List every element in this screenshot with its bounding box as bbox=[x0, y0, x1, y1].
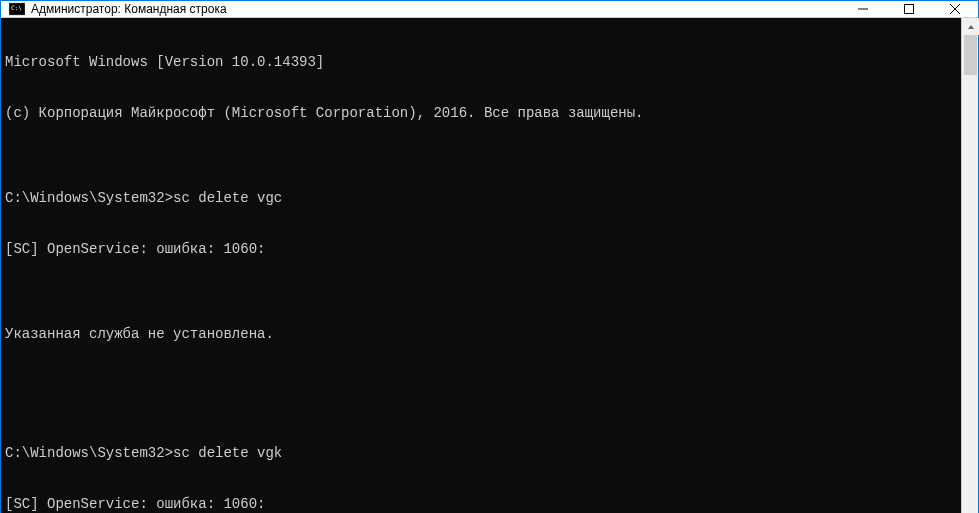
vertical-scrollbar[interactable] bbox=[961, 18, 978, 513]
scrollbar-thumb[interactable] bbox=[964, 35, 977, 75]
terminal-line: Указанная служба не установлена. bbox=[5, 326, 957, 343]
terminal-line: Microsoft Windows [Version 10.0.14393] bbox=[5, 54, 957, 71]
titlebar[interactable]: C:\ Администратор: Командная строка bbox=[1, 1, 978, 18]
svg-marker-6 bbox=[968, 25, 974, 29]
terminal-line: C:\Windows\System32>sc delete vgc bbox=[5, 190, 957, 207]
terminal-line: (c) Корпорация Майкрософт (Microsoft Cor… bbox=[5, 105, 957, 122]
svg-text:C:\: C:\ bbox=[11, 4, 22, 11]
command-prompt-window: C:\ Администратор: Командная строка Micr… bbox=[0, 0, 979, 513]
terminal-line: [SC] OpenService: ошибка: 1060: bbox=[5, 241, 957, 258]
window-controls bbox=[840, 1, 978, 17]
close-button[interactable] bbox=[932, 1, 978, 17]
window-title: Администратор: Командная строка bbox=[31, 2, 840, 16]
maximize-button[interactable] bbox=[886, 1, 932, 17]
terminal-content[interactable]: Microsoft Windows [Version 10.0.14393] (… bbox=[1, 18, 961, 513]
svg-rect-3 bbox=[905, 5, 914, 14]
terminal-line: [SC] OpenService: ошибка: 1060: bbox=[5, 496, 957, 513]
minimize-button[interactable] bbox=[840, 1, 886, 17]
terminal-line: C:\Windows\System32>sc delete vgk bbox=[5, 445, 957, 462]
scrollbar-up-button[interactable] bbox=[962, 18, 979, 35]
terminal-area: Microsoft Windows [Version 10.0.14393] (… bbox=[1, 18, 978, 513]
cmd-icon: C:\ bbox=[9, 1, 25, 17]
